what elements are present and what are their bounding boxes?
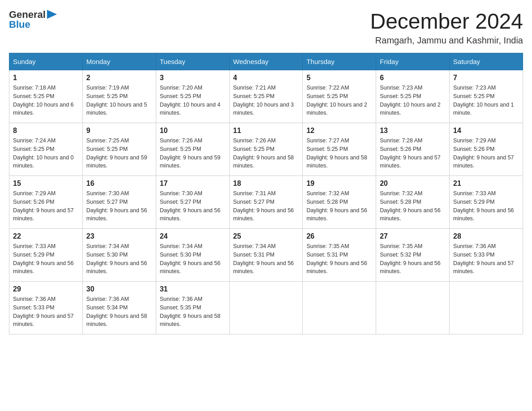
day-number: 13 — [380, 127, 446, 135]
day-info: Sunrise: 7:36 AMSunset: 5:34 PMDaylight:… — [86, 295, 152, 329]
day-info: Sunrise: 7:36 AMSunset: 5:35 PMDaylight:… — [160, 295, 226, 329]
day-info: Sunrise: 7:18 AMSunset: 5:25 PMDaylight:… — [13, 84, 79, 117]
day-info: Sunrise: 7:32 AMSunset: 5:28 PMDaylight:… — [380, 189, 446, 223]
calendar-cell: 8 Sunrise: 7:24 AMSunset: 5:25 PMDayligh… — [9, 123, 83, 176]
day-number: 15 — [13, 180, 79, 188]
day-number: 7 — [453, 74, 519, 82]
calendar-week-5: 29 Sunrise: 7:36 AMSunset: 5:33 PMDaylig… — [9, 282, 523, 334]
day-number: 11 — [233, 127, 299, 135]
header-saturday: Saturday — [450, 53, 523, 70]
day-info: Sunrise: 7:26 AMSunset: 5:25 PMDaylight:… — [160, 137, 226, 170]
calendar-cell: 29 Sunrise: 7:36 AMSunset: 5:33 PMDaylig… — [9, 282, 83, 334]
day-number: 17 — [160, 180, 226, 188]
calendar-cell: 11 Sunrise: 7:26 AMSunset: 5:25 PMDaylig… — [229, 123, 303, 176]
day-info: Sunrise: 7:27 AMSunset: 5:25 PMDaylight:… — [306, 137, 372, 170]
header-tuesday: Tuesday — [156, 53, 229, 70]
calendar-cell: 23 Sunrise: 7:34 AMSunset: 5:30 PMDaylig… — [82, 229, 156, 282]
day-info: Sunrise: 7:32 AMSunset: 5:28 PMDaylight:… — [306, 189, 372, 223]
calendar-cell: 31 Sunrise: 7:36 AMSunset: 5:35 PMDaylig… — [156, 282, 229, 334]
calendar-cell: 20 Sunrise: 7:32 AMSunset: 5:28 PMDaylig… — [376, 176, 450, 229]
day-info: Sunrise: 7:34 AMSunset: 5:30 PMDaylight:… — [160, 242, 226, 276]
calendar-cell: 5 Sunrise: 7:22 AMSunset: 5:25 PMDayligh… — [303, 70, 376, 123]
day-info: Sunrise: 7:33 AMSunset: 5:29 PMDaylight:… — [13, 242, 79, 276]
calendar-cell: 9 Sunrise: 7:25 AMSunset: 5:25 PMDayligh… — [82, 123, 156, 176]
day-number: 10 — [160, 127, 226, 135]
calendar-week-4: 22 Sunrise: 7:33 AMSunset: 5:29 PMDaylig… — [9, 229, 523, 282]
calendar-cell: 6 Sunrise: 7:23 AMSunset: 5:25 PMDayligh… — [376, 70, 450, 123]
day-number: 20 — [380, 180, 446, 188]
calendar-cell: 12 Sunrise: 7:27 AMSunset: 5:25 PMDaylig… — [303, 123, 376, 176]
day-info: Sunrise: 7:22 AMSunset: 5:25 PMDaylight:… — [306, 84, 372, 117]
calendar-cell: 15 Sunrise: 7:29 AMSunset: 5:26 PMDaylig… — [9, 176, 83, 229]
day-info: Sunrise: 7:31 AMSunset: 5:27 PMDaylight:… — [233, 189, 299, 223]
day-number: 1 — [13, 74, 79, 82]
day-number: 8 — [13, 127, 79, 135]
calendar-cell: 30 Sunrise: 7:36 AMSunset: 5:34 PMDaylig… — [82, 282, 156, 334]
header-friday: Friday — [376, 53, 450, 70]
month-title: December 2024 — [370, 9, 523, 34]
calendar-cell: 2 Sunrise: 7:19 AMSunset: 5:25 PMDayligh… — [82, 70, 156, 123]
day-number: 3 — [160, 74, 226, 82]
page-header: General Blue December 2024 Ramgarh, Jamm… — [9, 9, 523, 46]
day-info: Sunrise: 7:24 AMSunset: 5:25 PMDaylight:… — [13, 137, 79, 170]
calendar-cell: 10 Sunrise: 7:26 AMSunset: 5:25 PMDaylig… — [156, 123, 229, 176]
calendar-week-1: 1 Sunrise: 7:18 AMSunset: 5:25 PMDayligh… — [9, 70, 523, 123]
day-number: 2 — [86, 74, 152, 82]
calendar-cell — [303, 282, 376, 334]
day-number: 4 — [233, 74, 299, 82]
day-number: 19 — [306, 180, 372, 188]
day-number: 18 — [233, 180, 299, 188]
day-info: Sunrise: 7:34 AMSunset: 5:30 PMDaylight:… — [86, 242, 152, 276]
day-number: 14 — [453, 127, 519, 135]
day-info: Sunrise: 7:35 AMSunset: 5:31 PMDaylight:… — [306, 242, 372, 276]
day-number: 26 — [306, 232, 372, 240]
calendar-table: Sunday Monday Tuesday Wednesday Thursday… — [9, 53, 523, 334]
calendar-cell: 19 Sunrise: 7:32 AMSunset: 5:28 PMDaylig… — [303, 176, 376, 229]
day-info: Sunrise: 7:28 AMSunset: 5:26 PMDaylight:… — [380, 137, 446, 170]
day-info: Sunrise: 7:29 AMSunset: 5:26 PMDaylight:… — [13, 189, 79, 223]
day-number: 5 — [306, 74, 372, 82]
day-info: Sunrise: 7:19 AMSunset: 5:25 PMDaylight:… — [86, 84, 152, 117]
calendar-cell: 1 Sunrise: 7:18 AMSunset: 5:25 PMDayligh… — [9, 70, 83, 123]
day-info: Sunrise: 7:30 AMSunset: 5:27 PMDaylight:… — [86, 189, 152, 223]
calendar-cell: 27 Sunrise: 7:35 AMSunset: 5:32 PMDaylig… — [376, 229, 450, 282]
calendar-cell: 18 Sunrise: 7:31 AMSunset: 5:27 PMDaylig… — [229, 176, 303, 229]
calendar-week-2: 8 Sunrise: 7:24 AMSunset: 5:25 PMDayligh… — [9, 123, 523, 176]
day-number: 30 — [86, 285, 152, 293]
logo: General Blue — [9, 9, 57, 30]
day-info: Sunrise: 7:25 AMSunset: 5:25 PMDaylight:… — [86, 137, 152, 170]
calendar-cell: 13 Sunrise: 7:28 AMSunset: 5:26 PMDaylig… — [376, 123, 450, 176]
day-info: Sunrise: 7:34 AMSunset: 5:31 PMDaylight:… — [233, 242, 299, 276]
day-info: Sunrise: 7:29 AMSunset: 5:26 PMDaylight:… — [453, 137, 519, 170]
calendar-cell — [229, 282, 303, 334]
day-number: 21 — [453, 180, 519, 188]
day-info: Sunrise: 7:20 AMSunset: 5:25 PMDaylight:… — [160, 84, 226, 117]
day-info: Sunrise: 7:23 AMSunset: 5:25 PMDaylight:… — [453, 84, 519, 117]
location-subtitle: Ramgarh, Jammu and Kashmir, India — [370, 35, 523, 46]
day-info: Sunrise: 7:36 AMSunset: 5:33 PMDaylight:… — [453, 242, 519, 276]
day-number: 28 — [453, 232, 519, 240]
calendar-cell: 21 Sunrise: 7:33 AMSunset: 5:29 PMDaylig… — [450, 176, 523, 229]
calendar-cell: 14 Sunrise: 7:29 AMSunset: 5:26 PMDaylig… — [450, 123, 523, 176]
calendar-cell — [376, 282, 450, 334]
header-sunday: Sunday — [9, 53, 83, 70]
day-number: 16 — [86, 180, 152, 188]
day-number: 25 — [233, 232, 299, 240]
calendar-cell: 17 Sunrise: 7:30 AMSunset: 5:27 PMDaylig… — [156, 176, 229, 229]
day-info: Sunrise: 7:36 AMSunset: 5:33 PMDaylight:… — [13, 295, 79, 329]
day-number: 29 — [13, 285, 79, 293]
day-number: 6 — [380, 74, 446, 82]
day-number: 12 — [306, 127, 372, 135]
calendar-cell: 26 Sunrise: 7:35 AMSunset: 5:31 PMDaylig… — [303, 229, 376, 282]
day-number: 22 — [13, 232, 79, 240]
day-headers-row: Sunday Monday Tuesday Wednesday Thursday… — [9, 53, 523, 70]
day-number: 27 — [380, 232, 446, 240]
header-monday: Monday — [82, 53, 156, 70]
day-number: 23 — [86, 232, 152, 240]
calendar-cell: 3 Sunrise: 7:20 AMSunset: 5:25 PMDayligh… — [156, 70, 229, 123]
day-info: Sunrise: 7:33 AMSunset: 5:29 PMDaylight:… — [453, 189, 519, 223]
calendar-cell: 7 Sunrise: 7:23 AMSunset: 5:25 PMDayligh… — [450, 70, 523, 123]
day-info: Sunrise: 7:21 AMSunset: 5:25 PMDaylight:… — [233, 84, 299, 117]
calendar-cell: 22 Sunrise: 7:33 AMSunset: 5:29 PMDaylig… — [9, 229, 83, 282]
calendar-cell: 28 Sunrise: 7:36 AMSunset: 5:33 PMDaylig… — [450, 229, 523, 282]
